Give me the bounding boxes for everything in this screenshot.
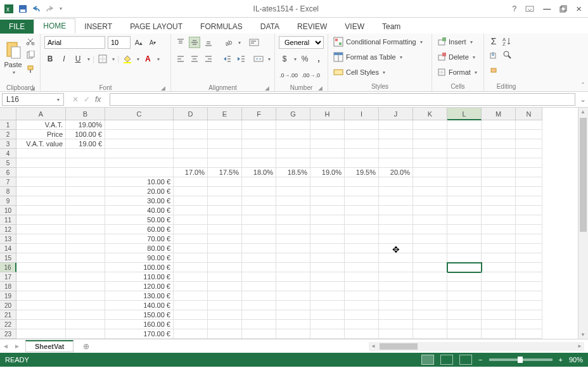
cell-B18[interactable] <box>66 282 105 291</box>
formula-input[interactable] <box>110 93 575 106</box>
accounting-format-icon[interactable]: $ <box>279 53 290 65</box>
cell-A1[interactable]: V.A.T. <box>16 120 66 130</box>
cell-H14[interactable] <box>310 244 345 253</box>
cell-B14[interactable] <box>66 244 105 253</box>
cell-B23[interactable] <box>66 329 105 339</box>
cell-H18[interactable] <box>310 282 345 291</box>
cell-C4[interactable] <box>105 149 174 158</box>
cell-N11[interactable] <box>516 215 542 225</box>
cell-L20[interactable] <box>447 301 482 310</box>
cell-L4[interactable] <box>447 149 482 158</box>
scroll-thumb[interactable] <box>380 343 418 350</box>
view-page-layout-icon[interactable] <box>440 355 453 365</box>
cell-B7[interactable] <box>66 177 105 187</box>
cell-E12[interactable] <box>208 225 242 234</box>
cell-C16[interactable]: 100.00 € <box>105 263 174 272</box>
cell-M18[interactable] <box>482 282 516 291</box>
cell-C23[interactable]: 170.00 € <box>105 329 174 339</box>
cell-G21[interactable] <box>276 310 310 320</box>
cell-F7[interactable] <box>242 177 276 187</box>
cell-J19[interactable] <box>379 291 413 301</box>
cell-J18[interactable] <box>379 282 413 291</box>
cell-K4[interactable] <box>413 149 447 158</box>
tab-home[interactable]: HOME <box>34 18 75 34</box>
cell-E16[interactable] <box>208 263 242 272</box>
cell-I23[interactable] <box>345 329 379 339</box>
cell-E7[interactable] <box>208 177 242 187</box>
cell-H22[interactable] <box>310 320 345 329</box>
name-box[interactable]: L16▾ <box>2 93 64 106</box>
align-top-icon[interactable] <box>175 37 186 48</box>
column-header-C[interactable]: C <box>105 108 174 120</box>
clear-icon[interactable] <box>488 63 499 75</box>
font-size-input[interactable] <box>108 36 131 49</box>
cell-H7[interactable] <box>310 177 345 187</box>
cell-A16[interactable] <box>16 263 66 272</box>
cell-D21[interactable] <box>174 310 208 320</box>
row-header-3[interactable]: 3 <box>0 139 16 149</box>
cell-M11[interactable] <box>482 215 516 225</box>
cell-D7[interactable] <box>174 177 208 187</box>
close-icon[interactable]: × <box>576 3 582 14</box>
column-header-K[interactable]: K <box>413 108 447 120</box>
cell-I21[interactable] <box>345 310 379 320</box>
cell-D1[interactable] <box>174 120 208 130</box>
cell-F9[interactable] <box>242 196 276 206</box>
cell-I18[interactable] <box>345 282 379 291</box>
row-header-4[interactable]: 4 <box>0 149 16 158</box>
cell-K21[interactable] <box>413 310 447 320</box>
cell-E8[interactable] <box>208 187 242 196</box>
decrease-indent-icon[interactable] <box>221 53 233 65</box>
column-header-M[interactable]: M <box>482 108 516 120</box>
cell-L19[interactable] <box>447 291 482 301</box>
cell-N9[interactable] <box>516 196 542 206</box>
cell-H10[interactable] <box>310 206 345 215</box>
cell-N3[interactable] <box>516 139 542 149</box>
minimize-icon[interactable]: — <box>543 4 551 13</box>
cell-E17[interactable] <box>208 272 242 282</box>
cell-N5[interactable] <box>516 158 542 168</box>
cell-B11[interactable] <box>66 215 105 225</box>
cell-E14[interactable] <box>208 244 242 253</box>
cell-J12[interactable] <box>379 225 413 234</box>
cell-N2[interactable] <box>516 130 542 139</box>
cell-K7[interactable] <box>413 177 447 187</box>
decrease-font-icon[interactable]: A▾ <box>147 37 158 48</box>
cell-E21[interactable] <box>208 310 242 320</box>
cell-N23[interactable] <box>516 329 542 339</box>
comma-format-icon[interactable]: , <box>313 53 324 65</box>
increase-font-icon[interactable]: A▴ <box>133 37 144 48</box>
cell-N15[interactable] <box>516 253 542 263</box>
row-header-12[interactable]: 12 <box>0 225 16 234</box>
cell-K9[interactable] <box>413 196 447 206</box>
cell-I16[interactable] <box>345 263 379 272</box>
tab-insert[interactable]: INSERT <box>75 20 121 34</box>
cell-L14[interactable] <box>447 244 482 253</box>
cell-G13[interactable] <box>276 234 310 244</box>
font-color-icon[interactable]: A <box>142 53 153 65</box>
cell-I2[interactable] <box>345 130 379 139</box>
cell-M15[interactable] <box>482 253 516 263</box>
scroll-up-icon[interactable]: ▲ <box>580 109 585 115</box>
cell-J14[interactable] <box>379 244 413 253</box>
cell-H11[interactable] <box>310 215 345 225</box>
enter-formula-icon[interactable]: ✓ <box>84 95 90 104</box>
percent-format-icon[interactable]: % <box>299 53 310 65</box>
row-header-23[interactable]: 23 <box>0 329 16 339</box>
cell-H12[interactable] <box>310 225 345 234</box>
cell-J2[interactable] <box>379 130 413 139</box>
cut-icon[interactable] <box>25 35 36 47</box>
cell-C20[interactable]: 140.00 € <box>105 301 174 310</box>
cell-K3[interactable] <box>413 139 447 149</box>
row-header-8[interactable]: 8 <box>0 187 16 196</box>
cell-E3[interactable] <box>208 139 242 149</box>
cell-I14[interactable] <box>345 244 379 253</box>
cell-I8[interactable] <box>345 187 379 196</box>
cell-H9[interactable] <box>310 196 345 206</box>
view-normal-icon[interactable] <box>421 355 434 365</box>
cell-F2[interactable] <box>242 130 276 139</box>
cell-A3[interactable]: V.A.T. value <box>16 139 66 149</box>
expand-formula-bar-icon[interactable]: ⌄ <box>578 95 588 104</box>
cell-M10[interactable] <box>482 206 516 215</box>
cell-M17[interactable] <box>482 272 516 282</box>
